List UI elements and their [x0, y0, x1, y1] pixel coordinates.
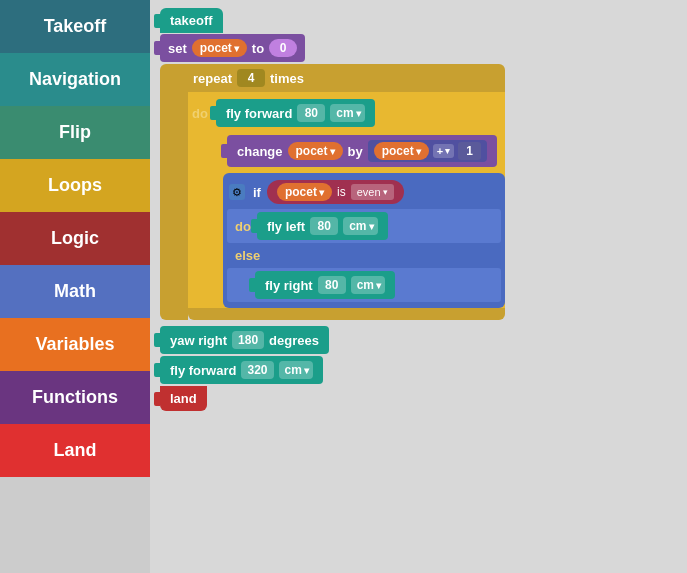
sidebar-item-navigation[interactable]: Navigation: [0, 53, 150, 106]
do1-label: do: [192, 106, 208, 121]
set-row: set pocet to 0: [160, 34, 505, 62]
gear-icon[interactable]: ⚙: [229, 184, 245, 200]
even-dropdown[interactable]: even: [351, 184, 394, 200]
land-block[interactable]: land: [160, 386, 207, 411]
to-label: to: [252, 41, 264, 56]
fly-right-label: fly right: [265, 278, 313, 293]
repeat-label: repeat: [193, 71, 232, 86]
sidebar-item-takeoff[interactable]: Takeoff: [0, 0, 150, 53]
set-block[interactable]: set pocet to 0: [160, 34, 305, 62]
else-label: else: [235, 248, 260, 263]
fly-left-block[interactable]: fly left 80 cm: [257, 212, 388, 240]
set-value[interactable]: 0: [269, 39, 297, 57]
takeoff-row: takeoff: [160, 8, 505, 33]
loop-body: do fly forward 80 cm change: [188, 92, 505, 308]
change-var[interactable]: pocet: [288, 142, 343, 160]
fl-unit[interactable]: cm: [343, 217, 377, 235]
fly-forward1-label: fly forward: [226, 106, 292, 121]
repeat-count[interactable]: 4: [237, 69, 265, 87]
ff1-unit[interactable]: cm: [330, 104, 364, 122]
op-var[interactable]: pocet: [374, 142, 429, 160]
sidebar-item-land[interactable]: Land: [0, 424, 150, 477]
fly-forward1-block[interactable]: fly forward 80 cm: [216, 99, 375, 127]
do2-label: do: [235, 219, 251, 234]
fr-val[interactable]: 80: [318, 276, 346, 294]
block-canvas: takeoff set pocet to 0: [150, 0, 687, 573]
if-container: ⚙ if pocet is even: [223, 173, 505, 308]
change-block[interactable]: change pocet by pocet + 1: [227, 135, 497, 167]
block-area: takeoff set pocet to 0: [160, 8, 505, 413]
fly-forward2-row: fly forward 320 cm: [160, 356, 505, 384]
set-label: set: [168, 41, 187, 56]
cond-var[interactable]: pocet: [277, 183, 332, 201]
sidebar-item-functions[interactable]: Functions: [0, 371, 150, 424]
fly-forward2-label: fly forward: [170, 363, 236, 378]
sidebar-item-variables[interactable]: Variables: [0, 318, 150, 371]
sidebar-item-loops[interactable]: Loops: [0, 159, 150, 212]
change-label: change: [237, 144, 283, 159]
yaw-row: yaw right 180 degrees: [160, 326, 505, 354]
takeoff-label: takeoff: [170, 13, 213, 28]
fr-unit[interactable]: cm: [351, 276, 385, 294]
yaw-right-block[interactable]: yaw right 180 degrees: [160, 326, 329, 354]
ff1-val[interactable]: 80: [297, 104, 325, 122]
sidebar-item-logic[interactable]: Logic: [0, 212, 150, 265]
land-label: land: [170, 391, 197, 406]
fly-left-label: fly left: [267, 219, 305, 234]
sidebar-item-math[interactable]: Math: [0, 265, 150, 318]
ff2-unit[interactable]: cm: [279, 361, 313, 379]
sidebar-empty: [0, 477, 150, 573]
if-label: if: [253, 185, 261, 200]
land-row: land: [160, 386, 505, 411]
yaw-val[interactable]: 180: [232, 331, 264, 349]
fl-val[interactable]: 80: [310, 217, 338, 235]
is-label: is: [337, 185, 346, 199]
yaw-label: yaw right: [170, 333, 227, 348]
pocet-var1[interactable]: pocet: [192, 39, 247, 57]
loop-container: repeat 4 times do fly forward 80 cm: [160, 64, 505, 320]
op-val[interactable]: 1: [458, 142, 481, 160]
fly-forward2-block[interactable]: fly forward 320 cm: [160, 356, 323, 384]
sidebar: Takeoff Navigation Flip Loops Logic Math…: [0, 0, 150, 573]
ff2-val[interactable]: 320: [241, 361, 273, 379]
takeoff-block[interactable]: takeoff: [160, 8, 223, 33]
operator-block[interactable]: pocet + 1: [368, 140, 487, 162]
op-plus[interactable]: +: [433, 144, 454, 158]
sidebar-item-flip[interactable]: Flip: [0, 106, 150, 159]
degrees-label: degrees: [269, 333, 319, 348]
by-label: by: [348, 144, 363, 159]
fly-right-block[interactable]: fly right 80 cm: [255, 271, 395, 299]
condition-block[interactable]: pocet is even: [267, 180, 404, 204]
times-label: times: [270, 71, 304, 86]
